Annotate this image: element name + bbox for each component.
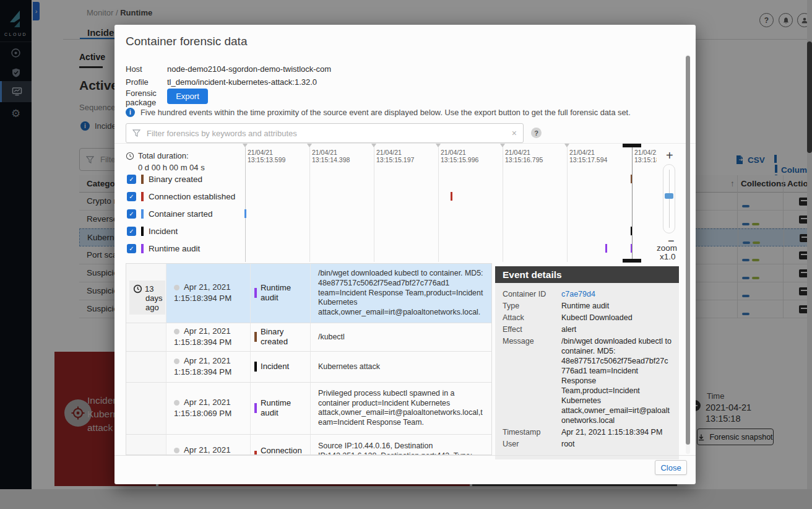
type-color-chip bbox=[254, 403, 257, 413]
timeline-tick: 21/04/2113:15:15.197 bbox=[376, 149, 414, 163]
legend-container-started: ✓ Container started bbox=[127, 209, 213, 219]
legend-runtime-audit: ✓ Runtime audit bbox=[127, 243, 200, 253]
event-type-cell: Incident bbox=[251, 352, 311, 382]
event-message-cell: Kubernetes attack bbox=[311, 352, 491, 382]
legend-color-chip bbox=[141, 244, 144, 253]
event-age-cell bbox=[126, 352, 166, 382]
event-age-cell bbox=[126, 323, 166, 351]
modal-info-text: Five hundred events within the time prox… bbox=[140, 108, 631, 117]
screen: Monitor / Runtime Incident explorer ? Ac… bbox=[0, 0, 812, 509]
event-details-body: Container ID c7ae79d4 Type Runtime audit… bbox=[495, 283, 679, 459]
forensic-event-list: 13 days ago Apr 21, 2021 1:15:18:394 PM … bbox=[126, 263, 492, 455]
timeline-gridline bbox=[374, 147, 374, 262]
clock-icon bbox=[133, 284, 142, 294]
event-message-cell: /kubectl bbox=[311, 323, 491, 351]
detail-row: Attack Kubectl Downloaded bbox=[503, 313, 672, 323]
event-row[interactable]: Apr 21, 2021 1:15:18:394 PM Binary creat… bbox=[126, 323, 491, 352]
export-button[interactable]: Export bbox=[167, 89, 208, 104]
legend-binary-created: ✓ Binary created bbox=[127, 174, 202, 184]
legend-color-chip bbox=[141, 192, 144, 201]
event-details-panel: Event details Container ID c7ae79d4 Type… bbox=[495, 266, 679, 459]
timeline-gridline bbox=[245, 147, 246, 262]
checkbox-runtime-audit[interactable]: ✓ bbox=[127, 244, 136, 253]
container-id-link[interactable]: c7ae79d4 bbox=[561, 289, 672, 299]
total-duration-value: 0 d 00 h 00 m 04 s bbox=[138, 163, 205, 172]
event-type-cell: Connection established bbox=[251, 435, 311, 455]
event-dot-icon bbox=[174, 359, 179, 364]
legend-connection-established: ✓ Connection established bbox=[127, 191, 235, 201]
timeline-tick: 21/04/2113:15:14.398 bbox=[312, 149, 350, 163]
event-time-cell: Apr 21, 2021 1:15:18:394 PM bbox=[166, 264, 251, 323]
timeline-tick: 21/04/2113:15:15.996 bbox=[441, 149, 478, 163]
modal-scrollbar-thumb[interactable] bbox=[686, 56, 690, 445]
modal-scrollbar[interactable] bbox=[686, 54, 690, 454]
host-label: Host bbox=[126, 64, 142, 74]
clear-filter-icon[interactable]: × bbox=[512, 128, 517, 138]
event-row[interactable]: Apr 21, 2021 1:15:18:394 PM Incident Kub… bbox=[126, 352, 491, 383]
zoom-label: zoom bbox=[657, 243, 677, 253]
mark-runtime-audit[interactable] bbox=[605, 244, 607, 253]
timeline-tick: 21/04/2113:15:18.393 bbox=[634, 149, 657, 163]
zoom-slider[interactable] bbox=[663, 164, 675, 233]
age-badge: 13 days ago bbox=[129, 281, 165, 315]
timeline-tick: 21/04/2113:15:17.594 bbox=[569, 149, 607, 163]
event-row-selected[interactable]: 13 days ago Apr 21, 2021 1:15:18:394 PM … bbox=[126, 264, 491, 323]
profile-value: tl_demo/incident-kubernetes-attack:1.32.… bbox=[167, 77, 317, 87]
close-button[interactable]: Close bbox=[655, 460, 687, 475]
timeline-gridline bbox=[309, 147, 310, 262]
event-row[interactable]: Apr 21, 2021 1:15:18:069 PM Runtime audi… bbox=[126, 383, 491, 435]
event-type-cell: Runtime audit bbox=[251, 264, 311, 323]
event-time-cell: Apr 21, 2021 1:15:18:394 PM bbox=[166, 323, 251, 351]
filter-icon bbox=[132, 129, 140, 137]
detail-row: Message /bin/wget downloaded kubectl to … bbox=[503, 336, 672, 425]
event-dot-icon bbox=[174, 285, 179, 290]
event-type-cell: Binary created bbox=[251, 323, 311, 351]
modal-footer: Close bbox=[114, 455, 696, 484]
mark-connection-established[interactable] bbox=[451, 192, 452, 201]
event-row[interactable]: Apr 21, 2021 1:15:16:157 PM Connection e… bbox=[126, 435, 491, 455]
checkbox-connection-established[interactable]: ✓ bbox=[127, 192, 136, 201]
detail-row: User root bbox=[503, 439, 672, 449]
event-dot-icon bbox=[174, 400, 179, 406]
event-details-title: Event details bbox=[495, 266, 679, 283]
modal-info-banner: i Five hundred events within the time pr… bbox=[126, 108, 631, 117]
forensics-filter[interactable]: × bbox=[126, 123, 524, 143]
event-time-cell: Apr 21, 2021 1:15:18:394 PM bbox=[166, 352, 251, 382]
timeline-tick: 21/04/2113:15:13.599 bbox=[248, 149, 285, 163]
event-dot-icon bbox=[174, 448, 179, 453]
event-message-cell: Source IP:10.44.0.16, Destination IP:142… bbox=[311, 435, 491, 455]
brush-handle-bottom[interactable] bbox=[623, 259, 641, 263]
event-age-cell bbox=[126, 383, 166, 434]
event-message-cell: /bin/wget downloaded kubectl to containe… bbox=[311, 264, 491, 323]
zoom-slider-handle[interactable] bbox=[665, 193, 673, 199]
event-dot-icon bbox=[174, 329, 179, 334]
timeline-tick: 21/04/2113:15:16.795 bbox=[505, 149, 543, 163]
checkbox-container-started[interactable]: ✓ bbox=[127, 209, 136, 219]
checkbox-incident[interactable]: ✓ bbox=[127, 227, 136, 236]
forensics-filter-input[interactable] bbox=[145, 128, 507, 139]
legend-color-chip bbox=[141, 209, 144, 219]
detail-row: Effect alert bbox=[503, 324, 672, 334]
type-color-chip bbox=[254, 288, 257, 298]
legend-color-chip bbox=[141, 227, 144, 236]
event-age-cell: 13 days ago bbox=[126, 264, 166, 323]
detail-row: Container ID c7ae79d4 bbox=[503, 289, 672, 299]
mark-container-started[interactable] bbox=[244, 209, 246, 218]
timeline-brush-line[interactable] bbox=[632, 146, 633, 262]
info-icon: i bbox=[126, 108, 135, 117]
brush-handle-top[interactable] bbox=[623, 144, 641, 147]
checkbox-binary-created[interactable]: ✓ bbox=[127, 175, 136, 184]
legend-incident: ✓ Incident bbox=[127, 226, 178, 236]
legend-color-chip bbox=[141, 175, 144, 184]
timeline-gridline bbox=[567, 147, 568, 262]
event-message-cell: Privileged process kubectl spawned in a … bbox=[311, 383, 491, 434]
event-time-cell: Apr 21, 2021 1:15:18:069 PM bbox=[166, 383, 251, 434]
total-duration: Total duration: bbox=[126, 151, 189, 160]
host-value: node-demo2104-sgordon-demo-twistlock-com bbox=[167, 64, 331, 74]
event-type-cell: Runtime audit bbox=[251, 383, 311, 434]
zoom-in-button[interactable]: + bbox=[666, 149, 673, 163]
event-age-cell bbox=[126, 435, 166, 455]
timeline-gridline bbox=[503, 147, 503, 262]
filter-help-button[interactable]: ? bbox=[531, 128, 542, 138]
package-label: Forensic package bbox=[126, 89, 157, 107]
